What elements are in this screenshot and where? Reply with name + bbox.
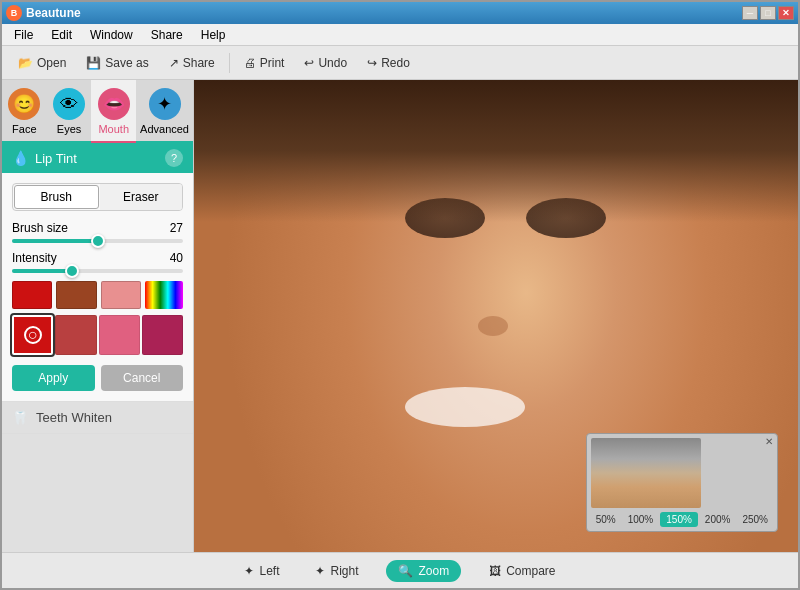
eyes-label: Eyes [57,123,81,135]
help-icon[interactable]: ? [165,149,183,167]
intensity-row: Intensity 40 [12,251,183,265]
open-button[interactable]: 📂 Open [10,53,74,73]
intensity-thumb[interactable] [65,264,79,278]
share-button[interactable]: ↗ Share [161,53,223,73]
color-swatch-brown[interactable] [56,281,96,309]
main-window: B Beautune ─ □ ✕ File Edit Window Share … [0,0,800,590]
mouth-label: Mouth [98,123,129,135]
right-label: Right [330,564,358,578]
face-icon-circle: 😊 [8,88,40,120]
menu-window[interactable]: Window [82,26,141,44]
zoom-levels: 50% 100% 150% 200% 250% [591,512,773,527]
zoom-50[interactable]: 50% [591,512,621,527]
menu-help[interactable]: Help [193,26,234,44]
action-buttons: Apply Cancel [12,365,183,391]
palette-cell-3[interactable] [142,315,183,355]
image-area: ✕ 50% 100% 150% 200% 250% [194,80,798,552]
menu-edit[interactable]: Edit [43,26,80,44]
palette-cell-1[interactable] [55,315,96,355]
zoom-button[interactable]: 🔍 Zoom [386,560,461,582]
zoom-200[interactable]: 200% [700,512,736,527]
brush-size-slider[interactable] [12,239,183,243]
compare-button[interactable]: 🖼 Compare [481,560,563,582]
palette-cell-2[interactable] [99,315,140,355]
intensity-container: Intensity 40 [12,251,183,273]
face-label: Face [12,123,36,135]
advanced-icon-circle: ✦ [149,88,181,120]
close-button[interactable]: ✕ [778,6,794,20]
title-bar-left: B Beautune [6,5,81,21]
zoom-icon: 🔍 [398,564,413,578]
palette-cell-0[interactable]: ○ [12,315,53,355]
brush-size-value: 27 [170,221,183,235]
share-icon: ↗ [169,56,179,70]
mouth-icon-circle: 👄 [98,88,130,120]
toolbar-separator [229,53,230,73]
nav-icons: 😊 Face 👁 Eyes 👄 Mouth ✦ Advanced [2,80,193,143]
redo-icon: ↪ [367,56,377,70]
title-bar: B Beautune ─ □ ✕ [2,2,798,24]
advanced-label: Advanced [140,123,189,135]
brush-eraser-toggle: Brush Eraser [12,183,183,211]
brush-size-thumb[interactable] [91,234,105,248]
left-label: Left [259,564,279,578]
left-button[interactable]: ✦ Left [236,560,287,582]
teeth-whiten-label: Teeth Whiten [36,410,112,425]
redo-button[interactable]: ↪ Redo [359,53,418,73]
brush-size-container: Brush size 27 [12,221,183,243]
minimize-button[interactable]: ─ [742,6,758,20]
maximize-button[interactable]: □ [760,6,776,20]
zoom-panel: ✕ 50% 100% 150% 200% 250% [586,433,778,532]
sidebar: 😊 Face 👁 Eyes 👄 Mouth ✦ Advanced [2,80,194,552]
bottom-bar: ✦ Left ✦ Right 🔍 Zoom 🖼 Compare [2,552,798,588]
zoom-100[interactable]: 100% [623,512,659,527]
nav-mouth[interactable]: 👄 Mouth [91,80,136,143]
color-swatch-pink[interactable] [101,281,141,309]
menu-file[interactable]: File [6,26,41,44]
teeth-whiten-section[interactable]: 🦷 Teeth Whiten [2,402,193,434]
main-image: ✕ 50% 100% 150% 200% 250% [194,80,798,552]
undo-icon: ↩ [304,56,314,70]
intensity-track [12,269,72,273]
panel-header: 💧 Lip Tint ? [2,143,193,173]
menu-bar: File Edit Window Share Help [2,24,798,46]
left-icon: ✦ [244,564,254,578]
nav-advanced[interactable]: ✦ Advanced [136,80,193,141]
app-icon: B [6,5,22,21]
apply-button[interactable]: Apply [12,365,95,391]
menu-share[interactable]: Share [143,26,191,44]
intensity-value: 40 [170,251,183,265]
color-palette: ○ [12,315,183,355]
color-swatches-row [12,281,183,309]
zoom-thumbnail [591,438,701,508]
title-buttons: ─ □ ✕ [742,6,794,20]
main-content: 😊 Face 👁 Eyes 👄 Mouth ✦ Advanced [2,80,798,552]
eraser-button[interactable]: Eraser [100,184,183,210]
zoom-150[interactable]: 150% [660,512,698,527]
right-icon: ✦ [315,564,325,578]
zoom-250[interactable]: 250% [737,512,773,527]
nav-eyes[interactable]: 👁 Eyes [47,80,92,141]
compare-icon: 🖼 [489,564,501,578]
teeth-icon: 🦷 [12,410,28,425]
zoom-close-button[interactable]: ✕ [765,436,773,447]
compare-label: Compare [506,564,555,578]
print-button[interactable]: 🖨 Print [236,53,293,73]
intensity-slider[interactable] [12,269,183,273]
brush-button[interactable]: Brush [14,185,99,209]
brush-size-row: Brush size 27 [12,221,183,235]
eyes-icon-circle: 👁 [53,88,85,120]
panel-title: Lip Tint [35,151,77,166]
undo-button[interactable]: ↩ Undo [296,53,355,73]
color-swatch-red[interactable] [12,281,52,309]
right-button[interactable]: ✦ Right [307,560,366,582]
save-icon: 💾 [86,56,101,70]
color-swatch-rainbow[interactable] [145,281,183,309]
panel-body: Brush Eraser Brush size 27 [2,173,193,402]
toolbar: 📂 Open 💾 Save as ↗ Share 🖨 Print ↩ Undo … [2,46,798,80]
window-title: Beautune [26,6,81,20]
saveas-button[interactable]: 💾 Save as [78,53,156,73]
nav-face[interactable]: 😊 Face [2,80,47,141]
cancel-button[interactable]: Cancel [101,365,184,391]
folder-icon: 📂 [18,56,33,70]
